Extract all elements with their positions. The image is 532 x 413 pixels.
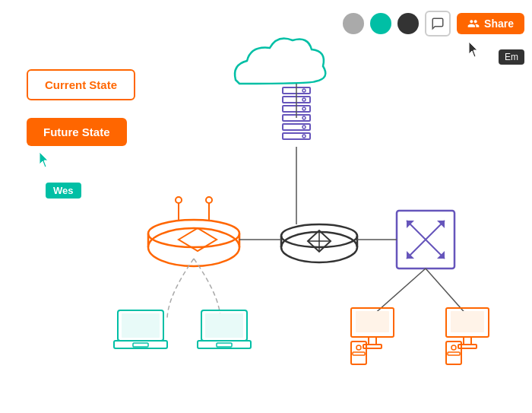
svg-point-59 <box>451 345 456 350</box>
svg-rect-60 <box>448 352 460 355</box>
svg-point-15 <box>148 228 239 266</box>
svg-point-12 <box>302 125 306 129</box>
svg-line-38 <box>426 268 467 316</box>
svg-point-13 <box>302 135 306 138</box>
svg-rect-51 <box>351 342 366 364</box>
svg-marker-0 <box>469 42 477 57</box>
svg-marker-31 <box>437 251 445 259</box>
svg-rect-56 <box>464 337 471 345</box>
svg-rect-43 <box>201 310 247 341</box>
svg-rect-2 <box>283 87 310 94</box>
svg-rect-7 <box>283 133 310 139</box>
share-button[interactable]: Share <box>457 13 524 34</box>
svg-rect-39 <box>118 310 163 341</box>
svg-point-10 <box>302 107 306 110</box>
current-state-button[interactable]: Current State <box>27 69 135 100</box>
svg-point-52 <box>356 345 361 350</box>
svg-rect-40 <box>122 313 160 338</box>
svg-rect-50 <box>363 345 382 348</box>
svg-rect-53 <box>353 352 365 355</box>
avatar-tooltip-wes: Wes <box>46 183 81 199</box>
svg-rect-6 <box>283 124 310 130</box>
svg-rect-47 <box>351 308 394 337</box>
color-swatch-dark[interactable] <box>397 13 419 34</box>
color-swatch-teal[interactable] <box>370 13 391 34</box>
svg-point-24 <box>281 224 357 247</box>
svg-rect-49 <box>369 337 376 345</box>
svg-rect-57 <box>458 345 477 348</box>
svg-rect-55 <box>451 311 484 332</box>
svg-marker-30 <box>407 221 414 228</box>
svg-point-22 <box>206 197 212 203</box>
svg-rect-45 <box>198 341 251 348</box>
svg-rect-42 <box>133 343 148 347</box>
svg-marker-33 <box>407 251 414 259</box>
svg-rect-4 <box>283 106 310 112</box>
svg-rect-29 <box>397 211 454 268</box>
svg-rect-41 <box>114 341 167 348</box>
cursor-em <box>469 42 483 62</box>
share-label: Share <box>484 17 514 30</box>
svg-rect-3 <box>283 97 310 103</box>
svg-marker-1 <box>40 152 48 167</box>
svg-rect-58 <box>446 342 461 364</box>
svg-rect-54 <box>446 308 489 337</box>
svg-rect-46 <box>217 343 232 347</box>
color-swatch-gray[interactable] <box>343 13 364 34</box>
future-state-button[interactable]: Future State <box>27 118 127 146</box>
svg-point-20 <box>176 197 182 203</box>
comment-button[interactable] <box>425 11 451 37</box>
svg-point-9 <box>302 98 306 101</box>
network-diagram <box>0 0 532 413</box>
cursor-wes <box>40 152 53 172</box>
svg-rect-48 <box>356 311 389 332</box>
avatar-tooltip-em: Em <box>499 49 524 65</box>
svg-rect-5 <box>283 115 310 121</box>
svg-line-37 <box>372 268 426 316</box>
svg-point-16 <box>148 220 239 247</box>
svg-point-8 <box>302 89 306 92</box>
svg-marker-32 <box>437 221 445 228</box>
svg-point-23 <box>281 232 357 262</box>
svg-point-11 <box>302 116 306 119</box>
svg-rect-44 <box>205 313 243 338</box>
toolbar: Share <box>343 11 524 37</box>
